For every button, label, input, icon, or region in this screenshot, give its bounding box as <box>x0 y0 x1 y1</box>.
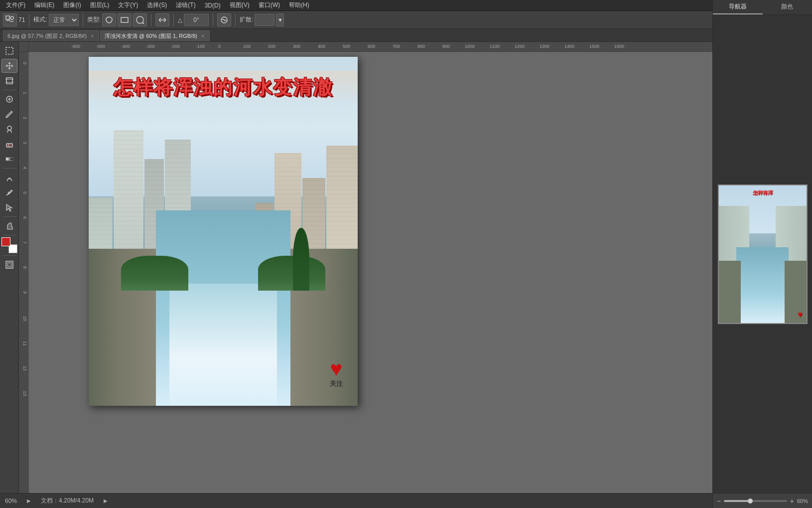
lasso-btn[interactable] <box>102 13 116 26</box>
select-tool[interactable] <box>1 200 17 214</box>
crop-tool[interactable] <box>1 74 17 88</box>
svg-text:1200: 1200 <box>515 44 525 49</box>
menu-view[interactable]: 视图(V) <box>226 0 254 10</box>
menu-filter[interactable]: 滤镜(T) <box>172 0 199 10</box>
menu-3d[interactable]: 3D(D) <box>201 1 225 10</box>
transform-btn[interactable] <box>155 13 169 26</box>
hand-tool[interactable] <box>1 219 17 233</box>
gradient-tool[interactable] <box>1 152 17 166</box>
foreground-color[interactable] <box>1 237 10 246</box>
menu-text[interactable]: 文字(Y) <box>114 0 142 10</box>
menu-file[interactable]: 文件(F) <box>2 0 29 10</box>
tab-color[interactable]: 颜色 <box>763 0 812 14</box>
svg-text:400: 400 <box>318 44 325 49</box>
svg-text:8: 8 <box>22 266 27 269</box>
tab-1-close[interactable]: × <box>90 33 95 39</box>
zoom-slider[interactable] <box>724 500 787 502</box>
options-toolbar: 71 模式: 正常 类型: △ 扩散: 5 ▼ <box>0 11 812 29</box>
tab-2[interactable]: 浑浊河水变清 @ 60% (图层 1, RGB/8) × <box>100 30 210 41</box>
refine-edge-btn[interactable] <box>217 13 231 26</box>
menu-edit[interactable]: 编辑(E) <box>30 0 58 10</box>
tab-1[interactable]: 6.jpg @ 57.7% (图层 2, RGB/8#) × <box>3 30 99 41</box>
expand-input[interactable]: 5 <box>255 14 274 26</box>
eraser-tool[interactable] <box>1 137 17 151</box>
svg-text:700: 700 <box>393 44 400 49</box>
menu-layer[interactable]: 图层(L) <box>86 0 114 10</box>
mode-select[interactable]: 正常 <box>49 14 79 26</box>
tab-2-close[interactable]: × <box>200 33 205 39</box>
svg-point-1 <box>10 16 13 19</box>
trees-left <box>121 256 188 291</box>
status-zoom-arrow[interactable]: ▶ <box>27 498 31 504</box>
toolbar-separator-6 <box>235 14 236 26</box>
type-group: 类型: <box>87 13 147 26</box>
svg-text:800: 800 <box>417 44 425 49</box>
svg-text:0: 0 <box>218 44 221 49</box>
magic-select-btn[interactable] <box>133 13 147 26</box>
tool-sep-3 <box>2 216 16 217</box>
angle-input[interactable] <box>184 14 209 26</box>
navigator-preview: 怎样将浑 ♥ <box>713 15 812 493</box>
svg-text:100: 100 <box>243 44 251 49</box>
palm-tree <box>293 228 309 291</box>
ruler-horizontal: -600 -500 -400 -300 -200 -100 0 100 200 … <box>29 42 812 52</box>
expand-dropdown-btn[interactable]: ▼ <box>276 13 284 26</box>
expand-group: 扩散: 5 ▼ <box>240 13 284 26</box>
navigator-thumbnail: 怎样将浑 ♥ <box>718 184 808 324</box>
svg-text:300: 300 <box>293 44 300 49</box>
svg-rect-2 <box>121 17 128 22</box>
canvas-document: 怎样将浑浊的河水变清澈 ♥ 关注 <box>89 57 358 406</box>
marquee-tool[interactable] <box>1 44 17 58</box>
brush-size-label: 71 <box>18 16 25 23</box>
svg-rect-7 <box>6 47 13 54</box>
clone-tool[interactable] <box>1 122 17 136</box>
menu-image[interactable]: 图像(I) <box>59 0 85 10</box>
zoom-in-icon[interactable]: + <box>790 497 794 505</box>
heart-label: 关注 <box>330 379 343 388</box>
trees-right <box>258 256 325 291</box>
dodge-tool[interactable] <box>1 170 17 184</box>
document-image: 怎样将浑浊的河水变清澈 ♥ 关注 <box>89 57 358 406</box>
pen-tool[interactable] <box>1 185 17 199</box>
svg-text:1100: 1100 <box>490 44 500 49</box>
toolbar-separator-1 <box>29 14 29 26</box>
expand-label: 扩散: <box>240 15 253 24</box>
canvas-scroll-area[interactable]: 怎样将浑浊的河水变清澈 ♥ 关注 <box>29 52 812 493</box>
zoom-slider-fill <box>724 500 749 502</box>
status-doc-arrow[interactable]: ▶ <box>104 498 108 504</box>
brush-tool[interactable] <box>1 107 17 121</box>
menu-window[interactable]: 窗口(W) <box>255 0 284 10</box>
thumb-heart: ♥ <box>798 310 803 319</box>
svg-text:13: 13 <box>22 391 27 396</box>
spot-heal-tool[interactable] <box>1 92 17 106</box>
menu-select[interactable]: 选择(S) <box>143 0 171 10</box>
screen-mode-tool[interactable] <box>1 258 17 272</box>
svg-text:1500: 1500 <box>589 44 599 49</box>
canvas-area: 0 1 2 3 4 5 6 7 8 9 10 11 12 13 <box>19 52 812 493</box>
move-tool[interactable] <box>1 59 17 73</box>
tab-navigator[interactable]: 导航器 <box>713 0 763 14</box>
rect-select-btn[interactable] <box>118 13 132 26</box>
svg-rect-21 <box>7 263 11 267</box>
tool-sep-1 <box>2 90 16 90</box>
foreground-background-color[interactable] <box>1 237 17 253</box>
menu-help[interactable]: 帮助(H) <box>285 0 313 10</box>
svg-line-4 <box>142 22 144 24</box>
svg-rect-15 <box>6 144 12 147</box>
zoom-out-icon[interactable]: − <box>717 497 721 505</box>
svg-text:1600: 1600 <box>614 44 624 49</box>
svg-text:6: 6 <box>22 216 27 219</box>
status-bar: 60% ▶ 文档：4.20M/4.20M ▶ <box>0 493 812 508</box>
transform-group <box>155 13 169 26</box>
svg-text:0: 0 <box>22 62 27 64</box>
type-label: 类型: <box>87 15 101 24</box>
svg-text:600: 600 <box>368 44 375 49</box>
navigator-zoom-bar: − + 60% <box>713 493 812 508</box>
tool-selector-btn[interactable] <box>3 13 17 26</box>
tab-2-label: 浑浊河水变清 @ 60% (图层 1, RGB/8) <box>105 32 197 40</box>
thumb-ground-left <box>719 261 741 323</box>
svg-text:3: 3 <box>22 142 27 144</box>
svg-text:900: 900 <box>442 44 450 49</box>
svg-text:200: 200 <box>268 44 275 49</box>
tool-sep-2 <box>2 168 16 169</box>
